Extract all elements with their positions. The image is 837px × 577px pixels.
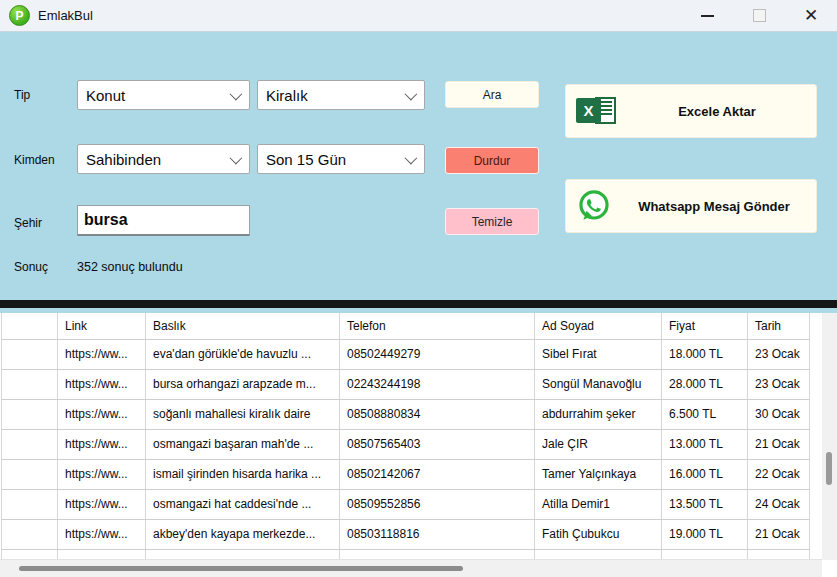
cell-baslik[interactable]: osmangazi hat caddesi'nde ... — [146, 489, 340, 519]
vertical-scrollbar-thumb[interactable] — [826, 452, 832, 485]
durdur-button[interactable]: Durdur — [445, 147, 539, 174]
cell-ad-soyad[interactable]: Jale ÇIR — [535, 429, 662, 459]
cell-telefon[interactable]: 08509552856 — [340, 489, 535, 519]
cell-ad-soyad[interactable]: abdurrahim şeker — [535, 399, 662, 429]
table-row[interactable]: https://ww...soğanlı mahallesi kiralık d… — [2, 399, 810, 429]
ara-button[interactable]: Ara — [445, 81, 539, 108]
table-row[interactable]: https://ww...eva'dan görükle'de havuzlu … — [2, 339, 810, 369]
durum-dropdown-value: Kiralık — [266, 87, 308, 104]
cell-baslik[interactable]: eva'dan görükle'de havuzlu ... — [146, 339, 340, 369]
table-row[interactable]: https://ww...ismail şirinden hisarda har… — [2, 459, 810, 489]
app-window: P EmlakBul ✕ Tip Konut Kiralık Kimden Sa… — [0, 0, 837, 577]
title-bar: P EmlakBul ✕ — [0, 0, 837, 32]
close-button[interactable]: ✕ — [785, 0, 837, 31]
results-grid: LinkBaslıkTelefonAd SoyadFiyatTarih http… — [0, 313, 837, 577]
cell-ad-soyad[interactable]: Tamer Yalçınkaya — [535, 459, 662, 489]
cell-fiyat[interactable]: 19.000 TL — [662, 519, 748, 549]
row-selector[interactable] — [2, 459, 58, 489]
column-header-fiyat[interactable]: Fiyat — [662, 313, 748, 339]
column-header-tarih[interactable]: Tarih — [748, 313, 810, 339]
cell-fiyat[interactable]: 13.500 TL — [662, 489, 748, 519]
search-form-panel: Tip Konut Kiralık Kimden Sahibinden Son … — [0, 32, 837, 300]
horizontal-scrollbar[interactable] — [0, 559, 822, 577]
cell-fiyat[interactable]: 13.000 TL — [662, 429, 748, 459]
minimize-icon — [701, 15, 714, 17]
table-row[interactable]: https://ww...akbey'den kayapa merkezde..… — [2, 519, 810, 549]
cell-tarih[interactable]: 23 Ocak — [748, 339, 810, 369]
kategori-dropdown[interactable]: Konut — [77, 80, 250, 110]
cell-link[interactable]: https://ww... — [58, 369, 146, 399]
cell-fiyat[interactable]: 18.000 TL — [662, 339, 748, 369]
cell-fiyat[interactable]: 16.000 TL — [662, 459, 748, 489]
table-header-row: LinkBaslıkTelefonAd SoyadFiyatTarih — [2, 313, 810, 339]
cell-link[interactable]: https://ww... — [58, 519, 146, 549]
result-count-text: 352 sonuç bulundu — [77, 260, 183, 274]
cell-ad-soyad[interactable]: Fatih Çubukcu — [535, 519, 662, 549]
cell-baslik[interactable]: osmangazi başaran mah'de ... — [146, 429, 340, 459]
column-header-baslik[interactable]: Baslık — [146, 313, 340, 339]
horizontal-scrollbar-thumb[interactable] — [19, 566, 463, 571]
minimize-button[interactable] — [681, 0, 733, 31]
tip-label: Tip — [14, 88, 30, 102]
cell-tarih[interactable]: 21 Ocak — [748, 429, 810, 459]
sehir-input[interactable] — [77, 205, 250, 236]
tarih-araligi-dropdown[interactable]: Son 15 Gün — [257, 144, 425, 174]
cell-link[interactable]: https://ww... — [58, 339, 146, 369]
results-table: LinkBaslıkTelefonAd SoyadFiyatTarih http… — [1, 313, 810, 577]
cell-baslik[interactable]: ismail şirinden hisarda harika ... — [146, 459, 340, 489]
chevron-down-icon — [230, 87, 243, 100]
cell-fiyat[interactable]: 28.000 TL — [662, 369, 748, 399]
chevron-down-icon — [230, 151, 243, 164]
cell-link[interactable]: https://ww... — [58, 489, 146, 519]
temizle-button[interactable]: Temizle — [445, 208, 539, 235]
maximize-button[interactable] — [733, 0, 785, 31]
cell-link[interactable]: https://ww... — [58, 429, 146, 459]
cell-link[interactable]: https://ww... — [58, 399, 146, 429]
cell-telefon[interactable]: 08508880834 — [340, 399, 535, 429]
cell-tarih[interactable]: 23 Ocak — [748, 369, 810, 399]
panel-separator — [0, 300, 837, 308]
cell-tarih[interactable]: 22 Ocak — [748, 459, 810, 489]
cell-fiyat[interactable]: 6.500 TL — [662, 399, 748, 429]
cell-baslik[interactable]: akbey'den kayapa merkezde... — [146, 519, 340, 549]
row-selector[interactable] — [2, 519, 58, 549]
cell-baslik[interactable]: bursa orhangazi arapzade m... — [146, 369, 340, 399]
cell-ad-soyad[interactable]: Atilla Demir1 — [535, 489, 662, 519]
kategori-dropdown-value: Konut — [86, 87, 125, 104]
cell-link[interactable]: https://ww... — [58, 459, 146, 489]
row-selector[interactable] — [2, 399, 58, 429]
cell-tarih[interactable]: 21 Ocak — [748, 519, 810, 549]
cell-baslik[interactable]: soğanlı mahallesi kiralık daire — [146, 399, 340, 429]
tarih-araligi-dropdown-value: Son 15 Gün — [266, 151, 346, 168]
chevron-down-icon — [405, 87, 418, 100]
cell-telefon[interactable]: 08507565403 — [340, 429, 535, 459]
sonuc-label: Sonuç — [14, 260, 48, 274]
row-header-corner[interactable] — [2, 313, 58, 339]
durum-dropdown[interactable]: Kiralık — [257, 80, 425, 110]
vertical-scrollbar[interactable] — [822, 313, 837, 560]
cell-ad-soyad[interactable]: Sibel Fırat — [535, 339, 662, 369]
column-header-ad-soyad[interactable]: Ad Soyad — [535, 313, 662, 339]
row-selector[interactable] — [2, 489, 58, 519]
cell-tarih[interactable]: 24 Ocak — [748, 489, 810, 519]
cell-tarih[interactable]: 30 Ocak — [748, 399, 810, 429]
cell-ad-soyad[interactable]: Songül Manavoğlu — [535, 369, 662, 399]
cell-telefon[interactable]: 08502449279 — [340, 339, 535, 369]
row-selector[interactable] — [2, 339, 58, 369]
row-selector[interactable] — [2, 429, 58, 459]
cell-telefon[interactable]: 08503118816 — [340, 519, 535, 549]
column-header-telefon[interactable]: Telefon — [340, 313, 535, 339]
whatsapp-mesaj-button[interactable]: Whatsapp Mesaj Gönder — [565, 179, 817, 233]
column-header-link[interactable]: Link — [58, 313, 146, 339]
whatsapp-icon — [576, 188, 612, 224]
cell-telefon[interactable]: 08502142067 — [340, 459, 535, 489]
excele-aktar-button[interactable]: X Excele Aktar — [565, 84, 817, 138]
excele-aktar-label: Excele Aktar — [618, 104, 816, 119]
row-selector[interactable] — [2, 369, 58, 399]
kimden-dropdown[interactable]: Sahibinden — [77, 144, 250, 174]
table-row[interactable]: https://ww...osmangazi başaran mah'de ..… — [2, 429, 810, 459]
cell-telefon[interactable]: 02243244198 — [340, 369, 535, 399]
table-row[interactable]: https://ww...bursa orhangazi arapzade m.… — [2, 369, 810, 399]
window-title: EmlakBul — [38, 8, 93, 23]
table-row[interactable]: https://ww...osmangazi hat caddesi'nde .… — [2, 489, 810, 519]
